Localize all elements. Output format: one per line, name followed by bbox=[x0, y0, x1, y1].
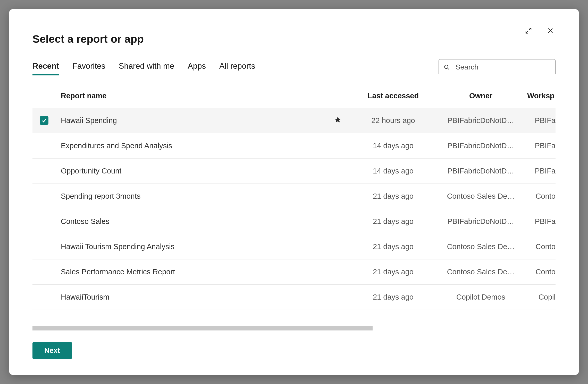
search-icon bbox=[443, 64, 450, 71]
expand-button[interactable] bbox=[523, 25, 534, 36]
owner: PBIFabricDoNotD… bbox=[437, 108, 525, 133]
modal-header: Select a report or app bbox=[32, 28, 556, 45]
owner: PBIFabricDoNotD… bbox=[437, 159, 525, 184]
last-accessed: 14 days ago bbox=[349, 133, 437, 159]
tabs-row: Recent Favorites Shared with me Apps All… bbox=[32, 59, 556, 75]
row-checkbox-cell[interactable] bbox=[32, 159, 56, 184]
favorite-cell[interactable] bbox=[329, 234, 349, 259]
col-header-workspace[interactable]: Worksp bbox=[525, 86, 556, 108]
workspace: Conto bbox=[525, 184, 556, 209]
search-box[interactable] bbox=[439, 59, 556, 75]
report-name[interactable]: Expenditures and Spend Analysis bbox=[56, 133, 329, 159]
favorite-cell[interactable] bbox=[329, 133, 349, 159]
row-checkbox-cell[interactable] bbox=[32, 184, 56, 209]
workspace: Conto bbox=[525, 234, 556, 259]
col-header-last[interactable]: Last accessed bbox=[349, 86, 437, 108]
favorite-cell[interactable] bbox=[329, 259, 349, 285]
search-input[interactable] bbox=[456, 63, 551, 71]
workspace: Copil bbox=[525, 285, 556, 310]
row-checkbox-cell[interactable] bbox=[32, 259, 56, 285]
owner: Contoso Sales De… bbox=[437, 234, 525, 259]
checkbox-checked-icon[interactable] bbox=[40, 116, 48, 125]
modal-title: Select a report or app bbox=[32, 33, 144, 45]
report-name[interactable]: Contoso Sales bbox=[56, 209, 329, 234]
table-row[interactable]: Spending report 3monts21 days agoContoso… bbox=[32, 184, 556, 209]
last-accessed: 21 days ago bbox=[349, 184, 437, 209]
scrollbar-thumb[interactable] bbox=[32, 326, 373, 330]
last-accessed: 21 days ago bbox=[349, 234, 437, 259]
row-checkbox-cell[interactable] bbox=[32, 209, 56, 234]
horizontal-scrollbar[interactable] bbox=[32, 326, 556, 330]
col-header-owner[interactable]: Owner bbox=[437, 86, 525, 108]
star-icon[interactable] bbox=[334, 116, 342, 124]
last-accessed: 14 days ago bbox=[349, 159, 437, 184]
last-accessed: 21 days ago bbox=[349, 209, 437, 234]
tab-all-reports[interactable]: All reports bbox=[219, 60, 255, 74]
last-accessed: 21 days ago bbox=[349, 285, 437, 310]
modal-header-icons bbox=[523, 25, 556, 36]
owner: Contoso Sales De… bbox=[437, 259, 525, 285]
table-row[interactable]: Opportunity Count14 days agoPBIFabricDoN… bbox=[32, 159, 556, 184]
favorite-cell[interactable] bbox=[329, 285, 349, 310]
svg-point-4 bbox=[444, 65, 448, 68]
table-row[interactable]: Hawaii Spending22 hours agoPBIFabricDoNo… bbox=[32, 108, 556, 133]
expand-icon bbox=[525, 27, 532, 34]
table-row[interactable]: Hawaii Tourism Spending Analysis21 days … bbox=[32, 234, 556, 259]
next-button[interactable]: Next bbox=[32, 342, 72, 359]
tab-favorites[interactable]: Favorites bbox=[72, 60, 105, 74]
report-name[interactable]: Spending report 3monts bbox=[56, 184, 329, 209]
table-row[interactable]: Sales Performance Metrics Report21 days … bbox=[32, 259, 556, 285]
row-checkbox-cell[interactable] bbox=[32, 234, 56, 259]
favorite-cell[interactable] bbox=[329, 184, 349, 209]
workspace: Conto bbox=[525, 259, 556, 285]
table-row[interactable]: Expenditures and Spend Analysis14 days a… bbox=[32, 133, 556, 159]
owner: PBIFabricDoNotD… bbox=[437, 133, 525, 159]
last-accessed: 21 days ago bbox=[349, 259, 437, 285]
favorite-cell[interactable] bbox=[329, 159, 349, 184]
reports-table-wrap: Report name Last accessed Owner Worksp H… bbox=[32, 86, 556, 330]
report-name[interactable]: Opportunity Count bbox=[56, 159, 329, 184]
svg-line-1 bbox=[526, 31, 528, 33]
tab-apps[interactable]: Apps bbox=[188, 60, 206, 74]
select-report-modal: Select a report or app Recent Favori bbox=[9, 9, 579, 375]
row-checkbox-cell[interactable] bbox=[32, 133, 56, 159]
table-row[interactable]: HawaiiTourism21 days agoCopilot DemosCop… bbox=[32, 285, 556, 310]
reports-table-scroll[interactable]: Report name Last accessed Owner Worksp H… bbox=[32, 86, 556, 326]
owner: Copilot Demos bbox=[437, 285, 525, 310]
report-name[interactable]: HawaiiTourism bbox=[56, 285, 329, 310]
row-checkbox-cell[interactable] bbox=[32, 108, 56, 133]
tab-shared-with-me[interactable]: Shared with me bbox=[119, 60, 174, 74]
tabs: Recent Favorites Shared with me Apps All… bbox=[32, 60, 255, 74]
svg-line-0 bbox=[529, 28, 531, 30]
workspace: PBIFa bbox=[525, 133, 556, 159]
report-name[interactable]: Sales Performance Metrics Report bbox=[56, 259, 329, 285]
favorite-cell[interactable] bbox=[329, 108, 349, 133]
tab-recent[interactable]: Recent bbox=[32, 60, 59, 74]
owner: PBIFabricDoNotD… bbox=[437, 209, 525, 234]
col-header-name[interactable]: Report name bbox=[56, 86, 329, 108]
workspace: PBIFa bbox=[525, 209, 556, 234]
last-accessed: 22 hours ago bbox=[349, 108, 437, 133]
report-name[interactable]: Hawaii Spending bbox=[56, 108, 329, 133]
svg-line-5 bbox=[448, 68, 449, 70]
favorite-cell[interactable] bbox=[329, 209, 349, 234]
close-icon bbox=[547, 27, 554, 34]
report-name[interactable]: Hawaii Tourism Spending Analysis bbox=[56, 234, 329, 259]
reports-table: Report name Last accessed Owner Worksp H… bbox=[32, 86, 556, 310]
workspace: PBIFa bbox=[525, 108, 556, 133]
table-row[interactable]: Contoso Sales21 days agoPBIFabricDoNotD…… bbox=[32, 209, 556, 234]
row-checkbox-cell[interactable] bbox=[32, 285, 56, 310]
table-header-row: Report name Last accessed Owner Worksp bbox=[32, 86, 556, 108]
modal-footer: Next bbox=[32, 342, 556, 359]
close-button[interactable] bbox=[545, 25, 556, 36]
workspace: PBIFa bbox=[525, 159, 556, 184]
owner: Contoso Sales De… bbox=[437, 184, 525, 209]
